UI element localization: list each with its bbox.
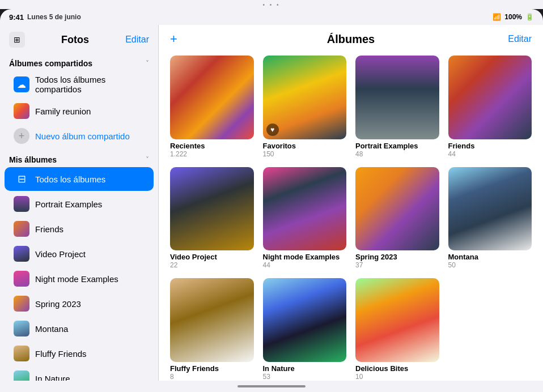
add-shared-album-item[interactable]: + Nuevo álbum compartido <box>5 124 154 148</box>
all-albums-icon: ⊟ <box>14 171 29 187</box>
in-nature-label: In Nature <box>35 374 70 381</box>
main-title: Álbumes <box>198 33 503 46</box>
sidebar: ⊞ Fotos Editar Álbumes compartidos ˅ ☁ T… <box>0 25 159 381</box>
album-count-recientes: 1.222 <box>170 150 254 158</box>
spring-2023-label: Spring 2023 <box>35 299 81 309</box>
main-content: + Álbumes Editar Recientes1.222♥Favorito… <box>159 25 543 381</box>
album-thumb-video-project <box>170 167 254 251</box>
album-count-favoritos: 150 <box>263 150 347 158</box>
sidebar-wrapper: ⊞ Fotos Editar Álbumes compartidos ˅ ☁ T… <box>0 25 159 381</box>
sidebar-item-family-reunion[interactable]: Family reunion <box>5 99 154 123</box>
album-card-video-project[interactable]: Video Project22 <box>170 167 254 270</box>
album-count-montana: 50 <box>448 261 532 269</box>
main-header: + Álbumes Editar <box>159 25 543 51</box>
my-albums-section-header: Mis álbumes ˅ <box>0 148 158 167</box>
album-card-montana[interactable]: Montana50 <box>448 167 532 270</box>
album-count-delicious-bites: 10 <box>355 373 439 381</box>
status-bar: 9:41 Lunes 5 de junio 📶 100% 🔋 <box>0 9 543 25</box>
shared-albums-section-header: Álbumes compartidos ˅ <box>0 52 158 70</box>
sidebar-item-night-mode[interactable]: Night mode Examples <box>5 267 154 291</box>
album-card-recientes[interactable]: Recientes1.222 <box>170 56 254 158</box>
album-name-in-nature: In Nature <box>263 364 347 373</box>
album-card-delicious-bites[interactable]: Delicious Bites10 <box>355 278 439 381</box>
all-albums-label: Todos los álbumes <box>35 174 105 184</box>
video-project-thumb <box>14 246 29 262</box>
album-card-in-nature[interactable]: In Nature53 <box>263 278 347 381</box>
sidebar-item-all-albums[interactable]: ⊟ Todos los álbumes <box>5 167 154 191</box>
my-albums-chevron[interactable]: ˅ <box>146 156 149 164</box>
status-time: 9:41 <box>9 13 24 22</box>
album-thumb-montana <box>448 167 532 251</box>
three-dots: • • • <box>262 2 280 8</box>
portrait-examples-label: Portrait Examples <box>35 199 102 209</box>
video-project-label: Video Project <box>35 249 86 259</box>
fluffy-friends-thumb <box>14 346 29 361</box>
home-bar <box>237 385 306 387</box>
wifi-icon: 📶 <box>493 13 501 21</box>
sidebar-item-montana[interactable]: Montana <box>5 317 154 340</box>
app-container: ⊞ Fotos Editar Álbumes compartidos ˅ ☁ T… <box>0 25 543 381</box>
album-thumb-portrait-examples <box>355 56 439 139</box>
sidebar-item-in-nature[interactable]: In Nature <box>5 367 154 381</box>
status-bar-left: 9:41 Lunes 5 de junio <box>9 13 81 22</box>
all-shared-label: Todos los álbumes compartidos <box>35 75 145 94</box>
portrait-examples-thumb <box>14 196 29 212</box>
album-name-delicious-bites: Delicious Bites <box>355 364 439 373</box>
sidebar-toggle-button[interactable]: ⊞ <box>9 32 25 48</box>
friends-thumb <box>14 221 29 237</box>
add-shared-icon: + <box>14 128 29 144</box>
sidebar-toggle-icon: ⊞ <box>14 35 20 44</box>
favorite-heart-badge: ♥ <box>266 123 279 136</box>
sidebar-edit-button[interactable]: Editar <box>125 35 149 45</box>
sidebar-item-spring-2023[interactable]: Spring 2023 <box>5 292 154 316</box>
album-thumb-fluffy-friends <box>170 278 254 362</box>
album-card-night-mode[interactable]: Night mode Examples44 <box>263 167 347 270</box>
status-date: Lunes 5 de junio <box>27 13 81 21</box>
status-bar-right: 📶 100% 🔋 <box>493 13 534 21</box>
home-indicator <box>0 381 543 392</box>
album-thumb-in-nature <box>263 278 347 362</box>
album-name-friends: Friends <box>448 142 532 150</box>
friends-label: Friends <box>35 224 63 234</box>
album-card-spring-2023[interactable]: Spring 202337 <box>355 167 439 270</box>
album-name-montana: Montana <box>448 253 532 261</box>
in-nature-thumb <box>14 370 29 381</box>
albums-grid: Recientes1.222♥Favoritos150Portrait Exam… <box>159 51 543 381</box>
sidebar-item-all-shared[interactable]: ☁ Todos los álbumes compartidos <box>5 71 154 98</box>
album-count-friends: 44 <box>448 150 532 158</box>
album-count-fluffy-friends: 8 <box>170 373 254 381</box>
main-edit-button[interactable]: Editar <box>503 34 532 44</box>
album-thumb-night-mode <box>263 167 347 251</box>
battery-level: 100% <box>504 13 522 21</box>
sidebar-item-fluffy-friends[interactable]: Fluffy Friends <box>5 342 154 365</box>
montana-label: Montana <box>35 324 68 334</box>
sidebar-item-portrait-examples[interactable]: Portrait Examples <box>5 192 154 216</box>
album-name-fluffy-friends: Fluffy Friends <box>170 364 254 373</box>
top-dots-bar: • • • <box>0 0 543 9</box>
album-card-favoritos[interactable]: ♥Favoritos150 <box>263 56 347 158</box>
battery-icon: 🔋 <box>525 13 534 21</box>
album-card-fluffy-friends[interactable]: Fluffy Friends8 <box>170 278 254 381</box>
album-card-portrait-examples[interactable]: Portrait Examples48 <box>355 56 439 158</box>
family-reunion-thumb <box>14 103 29 119</box>
my-albums-title: Mis álbumes <box>9 155 57 164</box>
album-thumb-friends <box>448 56 532 139</box>
all-shared-icon: ☁ <box>14 76 29 92</box>
album-name-portrait-examples: Portrait Examples <box>355 142 439 150</box>
fluffy-friends-label: Fluffy Friends <box>35 349 87 359</box>
album-name-night-mode: Night mode Examples <box>263 253 347 261</box>
album-name-video-project: Video Project <box>170 253 254 261</box>
album-thumb-recientes <box>170 56 254 139</box>
shared-albums-chevron[interactable]: ˅ <box>146 59 149 67</box>
sidebar-item-friends[interactable]: Friends <box>5 217 154 241</box>
montana-thumb <box>14 321 29 336</box>
add-shared-label: Nuevo álbum compartido <box>35 131 130 141</box>
album-count-in-nature: 53 <box>263 373 347 381</box>
shared-albums-title: Álbumes compartidos <box>9 59 92 68</box>
album-card-friends[interactable]: Friends44 <box>448 56 532 158</box>
album-thumb-spring-2023 <box>355 167 439 251</box>
add-album-button[interactable]: + <box>170 32 198 46</box>
sidebar-title: Fotos <box>61 34 89 46</box>
sidebar-item-video-project[interactable]: Video Project <box>5 242 154 266</box>
album-name-spring-2023: Spring 2023 <box>355 253 439 261</box>
